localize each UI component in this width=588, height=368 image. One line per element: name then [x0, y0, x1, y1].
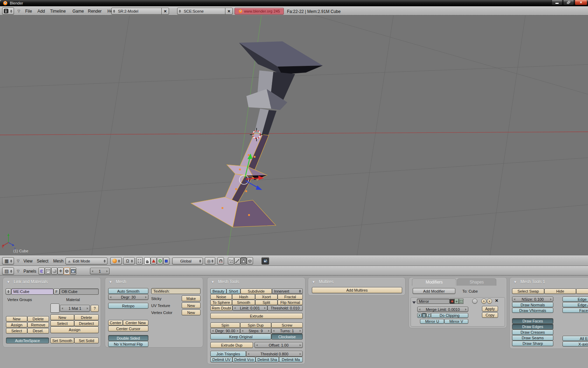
mirror-v-toggle[interactable]: Mirror V [444, 319, 468, 324]
center-new-button[interactable]: Center New [123, 320, 148, 326]
rotate-manipulator-button[interactable] [157, 257, 163, 265]
reveal-button[interactable]: Rev [576, 288, 588, 294]
draw-seams-toggle[interactable]: Draw Seams [512, 335, 553, 341]
face-select-mode-button[interactable] [240, 257, 247, 265]
manipulator-toggle-button[interactable] [136, 257, 143, 265]
menu-collapse-icon[interactable]: ▽ [17, 259, 20, 263]
panel-collapse-icon[interactable]: ▼ [109, 280, 112, 284]
modifier-collapse-icon[interactable] [412, 299, 416, 305]
edge-angles-toggle[interactable]: Edge Ang [562, 302, 588, 307]
menu-file[interactable]: File [25, 9, 32, 14]
mat-select-button[interactable]: Select [50, 320, 74, 326]
modifier-circle-button[interactable] [472, 299, 477, 304]
select-swap-button[interactable]: Select Swap [512, 288, 544, 294]
add-modifier-button[interactable]: Add Modifier [413, 288, 455, 294]
modifier-move-up-button[interactable]: ∧ [481, 299, 486, 304]
flip-normal-button[interactable]: Flip Normal [278, 300, 303, 305]
clockwise-toggle[interactable]: Clockwise [271, 334, 303, 340]
do-clipping-toggle[interactable]: Do Clipping [431, 313, 468, 318]
delimit-uv-toggle[interactable]: Delimit UV [210, 357, 232, 362]
menu-view[interactable]: View [23, 259, 33, 264]
tab-modifiers[interactable]: Modifiers [412, 278, 456, 286]
edge-select-mode-button[interactable] [234, 257, 240, 265]
viewport-3d[interactable]: x z (1) Cube [0, 15, 588, 255]
menu-render[interactable]: Render [88, 9, 102, 14]
spin-button[interactable]: Spin [210, 322, 240, 328]
edge-length-toggle[interactable]: Edge Len [562, 297, 588, 302]
minimize-button[interactable] [552, 0, 562, 5]
join-triangles-toggle[interactable]: Join Triangles [210, 351, 246, 357]
draw-vnormals-toggle[interactable]: Draw VNormals [512, 308, 553, 313]
mesh-browse-button[interactable] [6, 288, 11, 295]
fake-user-button[interactable]: F [54, 288, 59, 295]
material-index-stepper[interactable]: 1 Mat 1 [60, 305, 90, 312]
menu-mesh[interactable]: Mesh [53, 259, 63, 264]
mesh-selected-part[interactable] [191, 133, 276, 227]
add-multires-button[interactable]: Add Multires [312, 287, 402, 293]
hand-widget-button[interactable] [144, 257, 150, 265]
editing-context-button[interactable] [64, 267, 70, 275]
close-button[interactable]: ✕ [575, 0, 587, 5]
version-badge[interactable]: www.blender.org 245 [234, 8, 284, 15]
panel-title[interactable]: Mesh Tools [218, 279, 239, 284]
script-context-button[interactable] [45, 267, 51, 275]
delimit-mat-toggle[interactable]: Delimit Ma [279, 357, 303, 362]
menu-collapse-icon[interactable]: ▽ [18, 9, 20, 13]
menu-game[interactable]: Game [72, 9, 84, 14]
editor-type-stepper[interactable] [10, 259, 12, 263]
noise-button[interactable]: Noise [210, 294, 232, 300]
proportional-edit-dropdown[interactable]: ◎ [205, 257, 215, 265]
menu-add[interactable]: Add [37, 9, 45, 14]
frame-number-field[interactable]: 1 [90, 268, 110, 274]
restore-button[interactable] [563, 0, 574, 5]
steps-stepper[interactable]: Steps: 9 [240, 328, 271, 334]
keep-original-toggle[interactable]: Keep Original [210, 334, 271, 340]
logic-context-button[interactable] [38, 267, 45, 275]
retopo-toggle[interactable]: Retopo [108, 303, 148, 309]
draw-faces-toggle[interactable]: Draw Faces [512, 318, 553, 324]
mat-deselect-button[interactable]: Deselect [74, 320, 99, 326]
xsort-button[interactable]: Xsort [255, 294, 278, 300]
snap-button[interactable] [217, 257, 224, 265]
autotexspace-toggle[interactable]: AutoTexSpace [6, 338, 49, 343]
extrude-button[interactable]: Extrude [210, 313, 303, 319]
occlude-select-button[interactable] [247, 257, 253, 265]
center-button[interactable]: Center [108, 320, 123, 326]
panel-title[interactable]: Link and Materials [14, 279, 48, 284]
editor-type-button[interactable] [2, 7, 14, 15]
apply-button[interactable]: Apply [482, 306, 498, 312]
vgroup-assign-button[interactable]: Assign [6, 322, 27, 328]
smooth-button[interactable]: Smooth [232, 300, 255, 305]
subdivide-button[interactable]: Subdivide [240, 288, 272, 294]
menu-collapse-icon[interactable]: ▽ [17, 269, 20, 273]
join-threshold-stepper[interactable]: Threshold 0.800 [246, 351, 303, 357]
screen-selector-stepper[interactable] [113, 10, 115, 13]
menu-timeline[interactable]: Timeline [50, 9, 66, 14]
draw-normals-toggle[interactable]: Draw Normals [512, 302, 553, 307]
all-edges-toggle[interactable]: All Edg [562, 336, 588, 341]
mirror-u-toggle[interactable]: Mirror U [420, 319, 444, 324]
vertex-color-new-button[interactable]: New [182, 309, 201, 315]
shading-context-button[interactable] [51, 267, 57, 275]
orientation-stepper[interactable] [199, 260, 201, 263]
panel-title[interactable]: Multires [319, 279, 334, 284]
innervert-dropdown[interactable]: Innervert [272, 288, 303, 294]
delimit-sha-toggle[interactable]: Delimit Sha [255, 357, 279, 362]
mirror-z-toggle[interactable]: Z [426, 313, 431, 318]
split-button[interactable]: Split [255, 300, 278, 305]
draw-type-stepper[interactable] [118, 259, 120, 263]
mode-dropdown[interactable]: ▲ Edit Mode [65, 258, 107, 265]
proportional-stepper[interactable] [211, 259, 214, 263]
tab-shapes[interactable]: Shapes [457, 278, 496, 286]
mesh-upper-part[interactable] [239, 41, 323, 135]
menu-panels[interactable]: Panels [23, 269, 36, 274]
vgroup-deselect-button[interactable]: Desel. [27, 328, 49, 334]
vgroup-remove-button[interactable]: Remove [27, 322, 49, 328]
render-preview-button[interactable] [261, 257, 269, 265]
innervert-stepper[interactable] [299, 290, 301, 293]
modifier-delete-icon[interactable]: ✕ [495, 298, 498, 303]
set-smooth-button[interactable]: Set Smooth [50, 338, 74, 343]
draw-edges-toggle[interactable]: Draw Edges [512, 324, 553, 329]
draw-sharp-toggle[interactable]: Draw Sharp [512, 341, 553, 346]
short-toggle[interactable]: Short [226, 288, 240, 294]
